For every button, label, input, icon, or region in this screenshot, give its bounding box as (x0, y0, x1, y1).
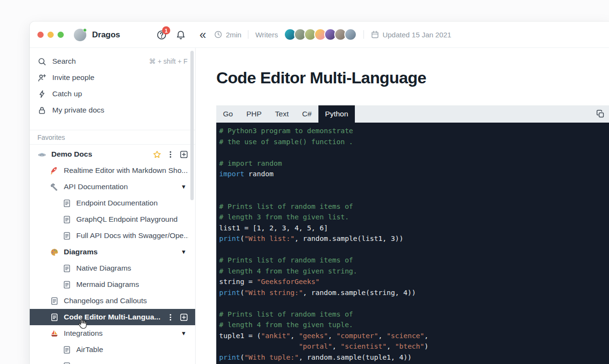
code-line: # the use of sample() function . (219, 136, 609, 148)
favorites-header: Favorites (30, 130, 195, 145)
tree-item-item[interactable] (30, 358, 195, 364)
code-line: list1 = [1, 2, 3, 4, 5, 6] (219, 223, 609, 234)
tree-item-label: Realtime Editor with Markdown Sho... (64, 166, 187, 175)
bolt-icon (37, 90, 47, 99)
document-topbar: « 2min Writers Updated 15 Jan 2021 (196, 22, 609, 47)
sidebar-item-catch-up[interactable]: Catch up (30, 86, 195, 102)
code-line: print("With list:", random.sample(list1,… (219, 233, 609, 244)
add-doc-icon[interactable] (179, 150, 188, 159)
code-line (219, 180, 609, 191)
tree-item-demo-docs[interactable]: Demo Docs (30, 146, 195, 162)
tree-item-label: Endpoint Documentation (76, 199, 158, 207)
help-button[interactable]: 1 (156, 30, 167, 40)
doc-icon (50, 296, 59, 306)
writer-avatar (344, 28, 357, 41)
app-window: Dragos 1 « 2min Writers Updated 15 Jan 2… (30, 22, 609, 364)
tree-item-mermaid-diagrams[interactable]: Mermaid Diagrams (30, 276, 195, 293)
boat-icon (50, 329, 59, 338)
tree-item-label: Mermaid Diagrams (76, 280, 139, 289)
doc-icon (62, 264, 71, 273)
traffic-lights (37, 32, 64, 38)
code-line: string = "GeeksforGeeks" (219, 276, 609, 287)
read-time: 2min (214, 30, 242, 39)
close-window-button[interactable] (37, 32, 44, 38)
tree-item-realtime-editor-with-markdown-sho[interactable]: Realtime Editor with Markdown Sho... (30, 162, 195, 179)
tree-item-label: Demo Docs (51, 150, 92, 159)
minimize-window-button[interactable] (47, 32, 54, 38)
collapse-sidebar-button[interactable]: « (199, 29, 205, 41)
sidebar-item-invite-people[interactable]: Invite people (30, 69, 195, 86)
tab-text[interactable]: Text (269, 105, 295, 123)
updated-label: Updated 15 Jan 2021 (383, 31, 451, 39)
code-editor: # Python3 program to demonstrate# the us… (216, 123, 609, 364)
ufo-icon (37, 150, 47, 159)
search-shortcut: ⌘ + shift + F (149, 57, 187, 65)
user-name: Dragos (92, 30, 120, 40)
doc-icon (50, 313, 59, 322)
tree-item-label: Diagrams (64, 248, 98, 256)
tree-item-endpoint-documentation[interactable]: Endpoint Documentation (30, 195, 195, 211)
tab-python[interactable]: Python (318, 105, 355, 123)
tree-item-api-documentation[interactable]: API Documentation▼ (30, 179, 195, 195)
caret-down-icon[interactable]: ▼ (181, 330, 188, 337)
tree-item-label: Changelogs and Callouts (64, 296, 147, 305)
notifications-button[interactable] (176, 30, 186, 40)
sidebar-scrollbar-thumb[interactable] (190, 51, 194, 200)
divider (248, 30, 248, 39)
code-tabbar: GoPHPTextC#Python (216, 105, 609, 123)
code-line: # Prints list of random items of (219, 309, 609, 320)
tree-item-integrations[interactable]: Integrations▼ (30, 325, 195, 341)
sidebar-item-label: Catch up (52, 90, 82, 98)
code-line: # Prints list of random items of (219, 201, 609, 212)
more-options-icon[interactable] (166, 150, 175, 159)
zoom-window-button[interactable] (58, 32, 64, 38)
hammer-icon (50, 182, 59, 192)
tree-item-label: GraphQL Endpoint Playground (76, 215, 177, 224)
sidebar-header: Dragos 1 (30, 22, 196, 47)
caret-down-icon[interactable]: ▼ (181, 249, 188, 255)
sidebar: Search⌘ + shift + FInvite peopleCatch up… (30, 48, 196, 364)
add-doc-icon[interactable] (179, 313, 188, 322)
star-icon[interactable] (152, 150, 162, 159)
window-header: Dragos 1 « 2min Writers Updated 15 Jan 2… (30, 22, 609, 48)
sidebar-item-label: Invite people (52, 73, 94, 82)
code-line: tuple1 = ("ankit", "geeks", "computer", … (219, 330, 609, 341)
code-line: # Prints list of random items of (219, 255, 609, 266)
main-content: Code Editor Multi-Language GoPHPTextC#Py… (196, 48, 609, 364)
caret-down-icon[interactable]: ▼ (181, 183, 188, 190)
tree-item-label: AirTable (76, 345, 103, 354)
read-time-label: 2min (226, 31, 242, 39)
code-line: # length 4 from the given string. (219, 266, 609, 277)
divider (363, 30, 364, 39)
invite-icon (37, 73, 47, 82)
copy-button[interactable] (596, 109, 605, 119)
favorites-tree: Demo DocsRealtime Editor with Markdown S… (30, 146, 195, 364)
sidebar-nav: Search⌘ + shift + FInvite peopleCatch up… (30, 48, 195, 118)
code-line: print("With string:", random.sample(stri… (219, 287, 609, 298)
tree-item-code-editor-multi-langua[interactable]: Code Editor Multi-Langua... (30, 309, 195, 325)
tab-go[interactable]: Go (216, 105, 240, 123)
writer-avatars (284, 28, 357, 41)
hand-cursor-icon (77, 318, 88, 330)
code-line (219, 298, 609, 309)
tab-c[interactable]: C# (295, 105, 318, 123)
tree-item-full-api-docs-with-swagger-ope[interactable]: Full API Docs with Swagger/Ope... (30, 228, 195, 244)
code-line: # length 4 from the given tuple. (219, 319, 609, 330)
user-menu[interactable]: Dragos (74, 29, 120, 41)
tree-item-graphql-endpoint-playground[interactable]: GraphQL Endpoint Playground (30, 211, 195, 228)
sidebar-item-search[interactable]: Search⌘ + shift + F (30, 53, 195, 69)
calendar-icon (371, 30, 379, 39)
page-title: Code Editor Multi-Language (216, 68, 609, 87)
notification-badge: 1 (162, 26, 170, 34)
search-icon (37, 57, 47, 66)
tree-item-airtable[interactable]: AirTable (30, 341, 195, 358)
sidebar-item-my-private-docs[interactable]: My private docs (30, 102, 195, 118)
copy-icon (596, 109, 605, 119)
tree-item-changelogs-and-callouts[interactable]: Changelogs and Callouts (30, 293, 195, 309)
tab-php[interactable]: PHP (240, 105, 269, 123)
code-line: "portal", "scientist", "btech") (219, 341, 609, 352)
palette-icon (50, 248, 59, 257)
tree-item-native-diagrams[interactable]: Native Diagrams (30, 260, 195, 276)
more-options-icon[interactable] (166, 313, 175, 322)
tree-item-diagrams[interactable]: Diagrams▼ (30, 244, 195, 260)
